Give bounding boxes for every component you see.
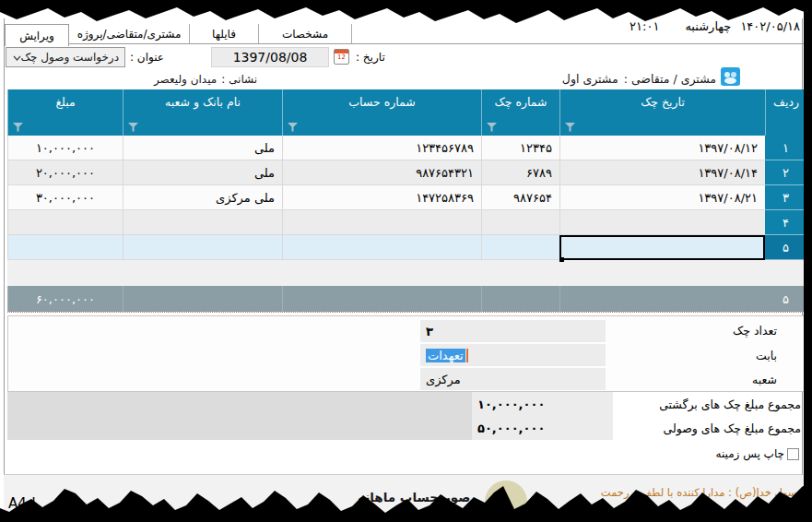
filter-icon[interactable]	[487, 123, 497, 132]
table-cell-check-date-selected[interactable]	[559, 235, 765, 260]
check-count-label: تعداد چک	[733, 324, 777, 338]
table-cell-check-no[interactable]	[481, 210, 559, 235]
customer-value: مشتری اول	[562, 72, 618, 86]
column-header-check-date[interactable]: تاریخ چک	[559, 89, 765, 136]
table-cell-check-date[interactable]: ۱۳۹۷/۰۸/۱۲	[559, 136, 765, 160]
address-label: نشانی :	[221, 73, 257, 86]
column-header-account-no[interactable]: شماره حساب	[282, 89, 481, 136]
branch-field[interactable]: مرکزی	[420, 368, 606, 390]
returned-total-label: مجموع مبلغ چک های برگشتی	[659, 397, 801, 411]
title-dropdown-value: درخواست وصول چک	[20, 51, 119, 64]
summary-total-amount: ۶۰,۰۰۰,۰۰۰	[7, 286, 123, 312]
window-border-left	[4, 18, 5, 503]
table-cell-account-no[interactable]: ۱۴۷۲۵۸۳۶۹	[282, 185, 481, 210]
titlebar-time: ۲۱:۰۱	[630, 19, 659, 33]
print-background-checkbox[interactable]	[787, 448, 799, 460]
titlebar: ۱۴۰۲/۰۵/۱۸ چهارشنبه ۲۱:۰۱	[630, 19, 800, 33]
title-label: عنوان :	[130, 51, 164, 64]
tab-customer-project[interactable]: مشتری/متقاضی/پروژه	[69, 24, 190, 43]
app-window: ۱۴۰۲/۰۵/۱۸ چهارشنبه ۲۱:۰۱ ویرایش مشتری/م…	[0, 0, 812, 522]
table-cell-check-no[interactable]	[481, 235, 559, 260]
paper-size-label: A4-L	[8, 495, 40, 512]
filter-icon[interactable]	[128, 123, 138, 132]
table-cell-account-no[interactable]	[282, 235, 481, 260]
reason-label: بابت	[756, 349, 777, 362]
returned-total-value: ۱۰,۰۰۰,۰۰۰	[472, 392, 613, 416]
logo-circle	[485, 480, 527, 522]
collected-total-label: مجموع مبلغ چک های وصولی	[664, 421, 802, 435]
title-dropdown[interactable]: درخواست وصول چک	[6, 47, 125, 67]
hadith-text: رسول خدا(ص) : مدارا کننده با لطف و رحمت	[601, 486, 802, 499]
text-cursor	[466, 349, 468, 362]
table-cell-check-date[interactable]: ۱۳۹۷/۰۸/۲۱	[559, 185, 765, 210]
table-gap	[7, 260, 806, 286]
tabstrip: ویرایش مشتری/متقاضی/پروژه فایلها مشخصات	[5, 24, 352, 43]
table-cell-account-no[interactable]: ۹۸۷۶۵۴۳۲۱	[282, 160, 481, 185]
address-value: میدان ولیعصر	[154, 73, 217, 86]
table-cell-bank[interactable]	[123, 235, 282, 260]
date-input[interactable]: 1397/08/08	[211, 47, 329, 67]
tab-specifications[interactable]: مشخصات	[259, 24, 352, 43]
checks-table: ردیف تاریخ چک شماره چک شماره حساب نام با…	[7, 89, 806, 260]
address-row: نشانی : میدان ولیعصر	[154, 73, 257, 86]
reason-field[interactable]: تعهدات	[420, 344, 606, 366]
customer-icon	[721, 67, 740, 86]
print-background-label: چاپ پس زمینه	[715, 447, 784, 460]
collected-total-value: ۵۰,۰۰۰,۰۰۰	[472, 416, 613, 440]
tab-files[interactable]: فایلها	[190, 24, 259, 43]
details-panel	[7, 315, 806, 392]
chevron-down-icon	[13, 55, 21, 61]
table-cell-check-no[interactable]: ۹۸۷۶۵۴	[481, 185, 559, 210]
totals-band	[7, 392, 472, 440]
table-row-number[interactable]: ۴	[765, 210, 806, 235]
filter-icon[interactable]	[13, 123, 23, 132]
column-header-row-no[interactable]: ردیف	[765, 89, 806, 136]
people-icon	[721, 67, 740, 86]
summary-cell	[282, 286, 481, 312]
column-header-check-no[interactable]: شماره چک	[481, 89, 559, 136]
table-cell-check-no[interactable]: ۱۲۳۴۵	[481, 136, 559, 160]
table-cell-bank[interactable]	[123, 210, 282, 235]
summary-row-count: ۵	[765, 286, 806, 312]
date-label: تاریخ :	[356, 51, 385, 64]
table-cell-amount[interactable]: ۲۰,۰۰۰,۰۰۰	[7, 160, 123, 185]
filter-icon[interactable]	[288, 123, 298, 132]
table-cell-account-no[interactable]	[282, 210, 481, 235]
titlebar-day: چهارشنبه	[685, 19, 731, 33]
table-cell-bank[interactable]: ملی مرکزی	[123, 185, 282, 210]
calendar-icon[interactable]: 12	[334, 49, 349, 65]
branch-label: شعبه	[752, 373, 777, 386]
table-cell-amount[interactable]	[7, 235, 123, 260]
titlebar-date: ۱۴۰۲/۰۵/۱۸	[740, 19, 800, 33]
table-cell-amount[interactable]: ۱۰,۰۰۰,۰۰۰	[7, 136, 123, 160]
report-name: صورتحساب ماهانه	[358, 490, 470, 504]
summary-row: ۵ ۶۰,۰۰۰,۰۰۰	[7, 286, 806, 313]
customer-label: مشتری / متقاضی :	[624, 72, 716, 86]
table-row-number[interactable]: ۵	[765, 235, 806, 260]
table-cell-amount[interactable]: ۳۰,۰۰۰,۰۰۰	[7, 185, 123, 210]
table-cell-bank[interactable]: ملی	[123, 160, 282, 185]
column-header-bank[interactable]: نام بانک و شعبه	[123, 89, 282, 136]
table-cell-check-date[interactable]: ۱۳۹۷/۰۸/۱۴	[559, 160, 765, 185]
column-header-amount[interactable]: مبلغ	[7, 89, 123, 136]
table-cell-check-no[interactable]: ۶۷۸۹	[481, 160, 559, 185]
customer-row: مشتری / متقاضی : مشتری اول	[562, 72, 716, 86]
table-cell-check-date[interactable]	[559, 210, 765, 235]
table-cell-bank[interactable]: ملی	[123, 136, 282, 160]
tab-edit[interactable]: ویرایش	[5, 24, 69, 46]
table-row-number[interactable]: ۱	[765, 136, 806, 160]
table-row-number[interactable]: ۳	[765, 185, 806, 210]
table-cell-account-no[interactable]: ۱۲۳۴۵۶۷۸۹	[282, 136, 481, 160]
tabstrip-baseline	[4, 43, 804, 44]
selected-text: تعهدات	[426, 349, 465, 362]
summary-cell	[481, 286, 559, 312]
summary-cell	[559, 286, 765, 312]
filter-icon[interactable]	[565, 123, 575, 132]
table-row-number[interactable]: ۲	[765, 160, 806, 185]
summary-cell	[123, 286, 282, 312]
check-count-field[interactable]: ۳	[420, 320, 606, 342]
table-cell-amount[interactable]	[7, 210, 123, 235]
